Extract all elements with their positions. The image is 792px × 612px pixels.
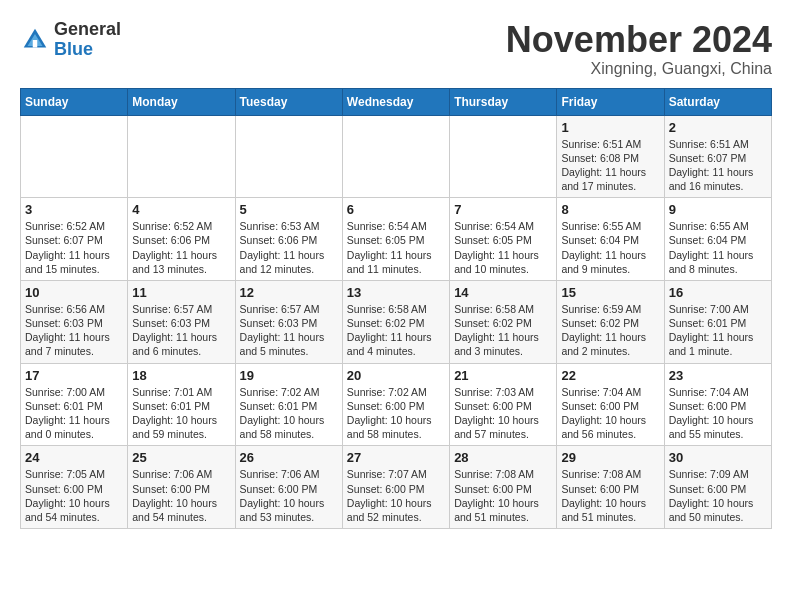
day-info: Sunrise: 6:55 AM Sunset: 6:04 PM Dayligh…	[561, 219, 659, 276]
day-info: Sunrise: 7:09 AM Sunset: 6:00 PM Dayligh…	[669, 467, 767, 524]
weekday-header-row: SundayMondayTuesdayWednesdayThursdayFrid…	[21, 88, 772, 115]
calendar-cell: 16Sunrise: 7:00 AM Sunset: 6:01 PM Dayli…	[664, 280, 771, 363]
day-number: 25	[132, 450, 230, 465]
calendar-cell	[342, 115, 449, 198]
day-info: Sunrise: 7:06 AM Sunset: 6:00 PM Dayligh…	[240, 467, 338, 524]
calendar-cell: 12Sunrise: 6:57 AM Sunset: 6:03 PM Dayli…	[235, 280, 342, 363]
day-number: 13	[347, 285, 445, 300]
weekday-header-thursday: Thursday	[450, 88, 557, 115]
calendar-cell: 11Sunrise: 6:57 AM Sunset: 6:03 PM Dayli…	[128, 280, 235, 363]
calendar-cell: 29Sunrise: 7:08 AM Sunset: 6:00 PM Dayli…	[557, 446, 664, 529]
calendar-cell: 21Sunrise: 7:03 AM Sunset: 6:00 PM Dayli…	[450, 363, 557, 446]
week-row-3: 17Sunrise: 7:00 AM Sunset: 6:01 PM Dayli…	[21, 363, 772, 446]
day-info: Sunrise: 6:54 AM Sunset: 6:05 PM Dayligh…	[347, 219, 445, 276]
title-area: November 2024 Xingning, Guangxi, China	[506, 20, 772, 78]
logo-general-text: General	[54, 19, 121, 39]
day-number: 22	[561, 368, 659, 383]
day-number: 21	[454, 368, 552, 383]
day-number: 16	[669, 285, 767, 300]
weekday-header-tuesday: Tuesday	[235, 88, 342, 115]
calendar-cell: 23Sunrise: 7:04 AM Sunset: 6:00 PM Dayli…	[664, 363, 771, 446]
day-info: Sunrise: 7:08 AM Sunset: 6:00 PM Dayligh…	[561, 467, 659, 524]
day-info: Sunrise: 7:00 AM Sunset: 6:01 PM Dayligh…	[669, 302, 767, 359]
day-number: 8	[561, 202, 659, 217]
calendar-cell: 13Sunrise: 6:58 AM Sunset: 6:02 PM Dayli…	[342, 280, 449, 363]
day-number: 17	[25, 368, 123, 383]
day-number: 10	[25, 285, 123, 300]
day-info: Sunrise: 6:51 AM Sunset: 6:08 PM Dayligh…	[561, 137, 659, 194]
calendar-cell: 1Sunrise: 6:51 AM Sunset: 6:08 PM Daylig…	[557, 115, 664, 198]
logo: General Blue	[20, 20, 121, 60]
week-row-4: 24Sunrise: 7:05 AM Sunset: 6:00 PM Dayli…	[21, 446, 772, 529]
day-info: Sunrise: 7:05 AM Sunset: 6:00 PM Dayligh…	[25, 467, 123, 524]
day-info: Sunrise: 6:57 AM Sunset: 6:03 PM Dayligh…	[240, 302, 338, 359]
day-number: 3	[25, 202, 123, 217]
day-number: 15	[561, 285, 659, 300]
calendar-cell	[450, 115, 557, 198]
day-info: Sunrise: 6:58 AM Sunset: 6:02 PM Dayligh…	[347, 302, 445, 359]
calendar-cell: 25Sunrise: 7:06 AM Sunset: 6:00 PM Dayli…	[128, 446, 235, 529]
calendar-cell: 22Sunrise: 7:04 AM Sunset: 6:00 PM Dayli…	[557, 363, 664, 446]
day-number: 9	[669, 202, 767, 217]
day-number: 7	[454, 202, 552, 217]
day-info: Sunrise: 7:03 AM Sunset: 6:00 PM Dayligh…	[454, 385, 552, 442]
calendar-cell: 24Sunrise: 7:05 AM Sunset: 6:00 PM Dayli…	[21, 446, 128, 529]
day-info: Sunrise: 6:54 AM Sunset: 6:05 PM Dayligh…	[454, 219, 552, 276]
day-info: Sunrise: 7:07 AM Sunset: 6:00 PM Dayligh…	[347, 467, 445, 524]
calendar-cell: 14Sunrise: 6:58 AM Sunset: 6:02 PM Dayli…	[450, 280, 557, 363]
day-info: Sunrise: 6:51 AM Sunset: 6:07 PM Dayligh…	[669, 137, 767, 194]
week-row-2: 10Sunrise: 6:56 AM Sunset: 6:03 PM Dayli…	[21, 280, 772, 363]
weekday-header-monday: Monday	[128, 88, 235, 115]
svg-rect-2	[33, 40, 38, 48]
calendar-cell: 10Sunrise: 6:56 AM Sunset: 6:03 PM Dayli…	[21, 280, 128, 363]
day-info: Sunrise: 6:56 AM Sunset: 6:03 PM Dayligh…	[25, 302, 123, 359]
day-info: Sunrise: 6:53 AM Sunset: 6:06 PM Dayligh…	[240, 219, 338, 276]
calendar-cell: 5Sunrise: 6:53 AM Sunset: 6:06 PM Daylig…	[235, 198, 342, 281]
day-info: Sunrise: 7:06 AM Sunset: 6:00 PM Dayligh…	[132, 467, 230, 524]
month-title: November 2024	[506, 20, 772, 60]
day-number: 30	[669, 450, 767, 465]
calendar-cell: 28Sunrise: 7:08 AM Sunset: 6:00 PM Dayli…	[450, 446, 557, 529]
logo-icon	[20, 25, 50, 55]
day-info: Sunrise: 7:04 AM Sunset: 6:00 PM Dayligh…	[669, 385, 767, 442]
calendar-cell	[21, 115, 128, 198]
day-info: Sunrise: 7:02 AM Sunset: 6:01 PM Dayligh…	[240, 385, 338, 442]
day-number: 26	[240, 450, 338, 465]
day-number: 23	[669, 368, 767, 383]
day-number: 24	[25, 450, 123, 465]
day-number: 28	[454, 450, 552, 465]
weekday-header-wednesday: Wednesday	[342, 88, 449, 115]
calendar-cell: 18Sunrise: 7:01 AM Sunset: 6:01 PM Dayli…	[128, 363, 235, 446]
calendar-cell: 15Sunrise: 6:59 AM Sunset: 6:02 PM Dayli…	[557, 280, 664, 363]
day-info: Sunrise: 7:04 AM Sunset: 6:00 PM Dayligh…	[561, 385, 659, 442]
day-number: 11	[132, 285, 230, 300]
calendar-cell: 30Sunrise: 7:09 AM Sunset: 6:00 PM Dayli…	[664, 446, 771, 529]
weekday-header-saturday: Saturday	[664, 88, 771, 115]
calendar-cell: 7Sunrise: 6:54 AM Sunset: 6:05 PM Daylig…	[450, 198, 557, 281]
weekday-header-sunday: Sunday	[21, 88, 128, 115]
header: General Blue November 2024 Xingning, Gua…	[20, 20, 772, 78]
day-info: Sunrise: 6:57 AM Sunset: 6:03 PM Dayligh…	[132, 302, 230, 359]
calendar-cell: 19Sunrise: 7:02 AM Sunset: 6:01 PM Dayli…	[235, 363, 342, 446]
calendar-cell: 20Sunrise: 7:02 AM Sunset: 6:00 PM Dayli…	[342, 363, 449, 446]
day-number: 18	[132, 368, 230, 383]
day-info: Sunrise: 7:00 AM Sunset: 6:01 PM Dayligh…	[25, 385, 123, 442]
day-number: 6	[347, 202, 445, 217]
calendar-cell: 8Sunrise: 6:55 AM Sunset: 6:04 PM Daylig…	[557, 198, 664, 281]
week-row-0: 1Sunrise: 6:51 AM Sunset: 6:08 PM Daylig…	[21, 115, 772, 198]
day-info: Sunrise: 6:58 AM Sunset: 6:02 PM Dayligh…	[454, 302, 552, 359]
day-number: 29	[561, 450, 659, 465]
calendar-cell: 17Sunrise: 7:00 AM Sunset: 6:01 PM Dayli…	[21, 363, 128, 446]
week-row-1: 3Sunrise: 6:52 AM Sunset: 6:07 PM Daylig…	[21, 198, 772, 281]
day-number: 27	[347, 450, 445, 465]
logo-blue-text: Blue	[54, 39, 93, 59]
day-number: 14	[454, 285, 552, 300]
day-number: 20	[347, 368, 445, 383]
calendar-cell: 26Sunrise: 7:06 AM Sunset: 6:00 PM Dayli…	[235, 446, 342, 529]
day-number: 2	[669, 120, 767, 135]
calendar-cell: 2Sunrise: 6:51 AM Sunset: 6:07 PM Daylig…	[664, 115, 771, 198]
calendar-cell: 4Sunrise: 6:52 AM Sunset: 6:06 PM Daylig…	[128, 198, 235, 281]
day-info: Sunrise: 6:55 AM Sunset: 6:04 PM Dayligh…	[669, 219, 767, 276]
day-number: 1	[561, 120, 659, 135]
day-info: Sunrise: 6:52 AM Sunset: 6:07 PM Dayligh…	[25, 219, 123, 276]
